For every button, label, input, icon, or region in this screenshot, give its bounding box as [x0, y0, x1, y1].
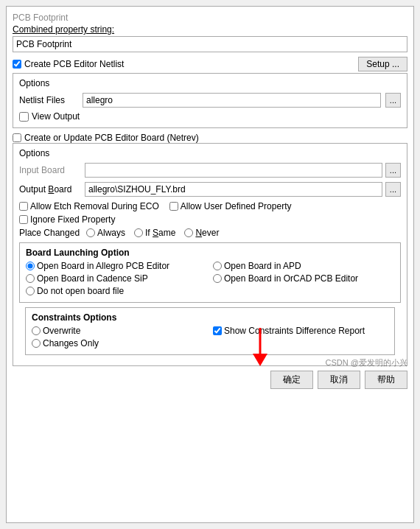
- create-pcb-left: Create PCB Editor Netlist: [13, 59, 124, 69]
- etch-row: Allow Etch Removal During ECO Allow User…: [19, 201, 401, 211]
- radio-noopen[interactable]: [26, 287, 35, 295]
- output-board-label: Output Board: [19, 184, 82, 195]
- radio-always-item: Always: [86, 228, 125, 238]
- board-launching-title: Board Launching Option: [26, 248, 394, 258]
- radio-changes-only[interactable]: [32, 339, 41, 348]
- radio-changes-only-label: Changes Only: [43, 338, 99, 348]
- combined-property-input[interactable]: [13, 36, 407, 52]
- input-board-label: Input Board: [19, 165, 82, 175]
- user-defined-label: Allow User Defined Property: [181, 201, 292, 211]
- radio-never[interactable]: [184, 228, 193, 237]
- ignore-fixed-row: Ignore Fixed Property: [19, 214, 401, 225]
- launch-sip-item: Open Board in Cadence SiP: [26, 273, 207, 284]
- pcb-footprint-section: PCB Footprint Combined property string:: [13, 13, 407, 52]
- radio-allegro[interactable]: [26, 262, 35, 270]
- create-pcb-label: Create PCB Editor Netlist: [24, 59, 124, 69]
- ignore-fixed-checkbox[interactable]: [19, 215, 28, 224]
- board-launching-grid: Open Board in Allegro PCB Editor Open Bo…: [26, 261, 394, 296]
- constraints-title: Constraints Options: [32, 312, 388, 323]
- radio-always-label: Always: [97, 228, 125, 238]
- options2-label: Options: [19, 148, 401, 158]
- place-changed-label: Place Changed: [19, 228, 82, 238]
- board-launching-section: Board Launching Option Open Board in All…: [19, 242, 401, 303]
- radio-always[interactable]: [86, 228, 95, 237]
- footer-row: 确定 取消 帮助 CSDN @爱发明的小兴: [13, 371, 407, 389]
- ok-button[interactable]: 确定: [270, 371, 313, 389]
- launch-allegro-item: Open Board in Allegro PCB Editor: [26, 261, 207, 271]
- netlist-row: Netlist Files ...: [19, 93, 401, 108]
- radio-sip-label: Open Board in Cadence SiP: [37, 273, 148, 284]
- ignore-fixed-label: Ignore Fixed Property: [30, 214, 115, 225]
- options2-section: Options Input Board ... Output Board ...…: [13, 143, 407, 366]
- launch-noopen-item: Do not open board file: [26, 286, 207, 296]
- show-diff-item: Show Constraints Difference Report: [213, 326, 388, 336]
- view-output-label: View Output: [32, 111, 80, 122]
- create-update-row: Create or Update PCB Editor Board (Netre…: [13, 133, 407, 143]
- input-board-row: Input Board ...: [19, 163, 401, 178]
- changes-only-item: Changes Only: [32, 338, 207, 348]
- netlist-input[interactable]: [83, 93, 381, 108]
- output-board-input[interactable]: [85, 182, 382, 197]
- output-board-row: Output Board ...: [19, 182, 401, 197]
- netlist-label: Netlist Files: [19, 95, 78, 105]
- create-pcb-checkbox[interactable]: [13, 60, 21, 69]
- radio-overwrite[interactable]: [32, 326, 41, 335]
- view-output-row: View Output: [19, 111, 401, 122]
- setup-button[interactable]: Setup ...: [358, 57, 407, 71]
- constraints-section: Constraints Options Overwrite Show Const…: [25, 307, 395, 355]
- options1-label: Options: [19, 78, 401, 88]
- radio-orcad[interactable]: [213, 274, 222, 283]
- radio-allegro-label: Open Board in Allegro PCB Editor: [37, 261, 169, 271]
- radio-apd-label: Open Board in APD: [224, 261, 301, 271]
- netlist-browse-button[interactable]: ...: [385, 93, 401, 108]
- view-output-checkbox[interactable]: [19, 112, 29, 122]
- input-board-browse-button[interactable]: ...: [385, 163, 401, 178]
- radio-noopen-label: Do not open board file: [37, 286, 124, 296]
- create-update-checkbox[interactable]: [13, 133, 21, 142]
- radio-overwrite-label: Overwrite: [43, 326, 80, 336]
- launch-apd-item: Open Board in APD: [213, 261, 394, 271]
- output-board-browse-button[interactable]: ...: [385, 182, 401, 197]
- etch-removal-label: Allow Etch Removal During ECO: [30, 201, 159, 211]
- overwrite-item: Overwrite: [32, 326, 207, 336]
- options1-section: Options Netlist Files ... View Output: [13, 73, 407, 128]
- user-defined-checkbox[interactable]: [169, 202, 178, 211]
- cancel-button[interactable]: 取消: [318, 371, 360, 389]
- main-dialog: PCB Footprint Combined property string: …: [6, 6, 414, 523]
- user-defined-group: Allow User Defined Property: [169, 201, 292, 211]
- create-update-label: Create or Update PCB Editor Board (Netre…: [24, 133, 199, 143]
- radio-orcad-label: Open Board in OrCAD PCB Editor: [224, 273, 358, 284]
- show-diff-checkbox[interactable]: [213, 326, 222, 335]
- help-button[interactable]: 帮助: [365, 371, 407, 389]
- create-pcb-row: Create PCB Editor Netlist Setup ...: [13, 57, 407, 71]
- input-board-input[interactable]: [85, 163, 382, 178]
- etch-removal-checkbox[interactable]: [19, 202, 28, 211]
- radio-apd[interactable]: [213, 262, 222, 270]
- radio-never-item: Never: [184, 228, 219, 238]
- place-changed-row: Place Changed Always If Same Never: [19, 228, 401, 238]
- radio-if-same[interactable]: [134, 228, 143, 237]
- etch-left: Allow Etch Removal During ECO: [19, 201, 159, 211]
- radio-if-same-label: If Same: [145, 228, 175, 238]
- watermark: CSDN @爱发明的小兴: [326, 357, 407, 368]
- radio-sip[interactable]: [26, 274, 35, 283]
- place-changed-radio-group: Always If Same Never: [86, 228, 219, 238]
- radio-never-label: Never: [195, 228, 219, 238]
- pcb-footprint-label: PCB Footprint: [13, 13, 407, 23]
- svg-marker-1: [253, 354, 267, 366]
- combined-property-label: Combined property string:: [13, 24, 407, 35]
- launch-orcad-item: Open Board in OrCAD PCB Editor: [213, 273, 394, 284]
- constraints-grid: Overwrite Show Constraints Difference Re…: [32, 326, 388, 348]
- radio-if-same-item: If Same: [134, 228, 175, 238]
- red-arrow-icon: [245, 328, 275, 368]
